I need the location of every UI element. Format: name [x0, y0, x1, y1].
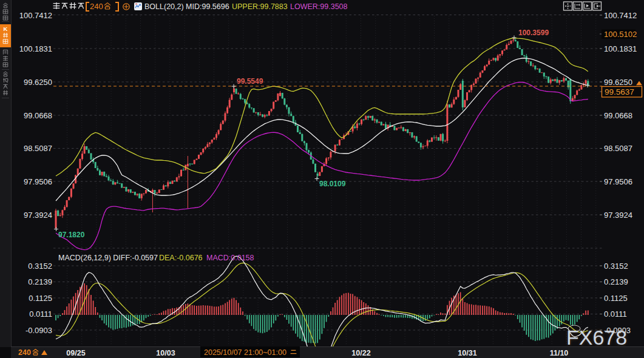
svg-text:0.0111: 0.0111 — [604, 309, 627, 319]
svg-text:97.1820: 97.1820 — [58, 231, 85, 239]
svg-text:FX678: FX678 — [566, 326, 627, 349]
svg-text:98.5087: 98.5087 — [24, 144, 52, 153]
svg-text:100.1831: 100.1831 — [19, 44, 52, 53]
svg-text:99.0668: 99.0668 — [24, 111, 52, 120]
svg-text:0.3152: 0.3152 — [28, 262, 52, 271]
svg-text:0.3152: 0.3152 — [604, 262, 628, 271]
svg-text:98.5087: 98.5087 — [604, 144, 632, 153]
svg-text:MACD:0.0158: MACD:0.0158 — [206, 254, 254, 262]
svg-text:240: 240 — [90, 2, 103, 11]
svg-text:98.0109: 98.0109 — [319, 180, 346, 188]
svg-text:LOWER:99.3508: LOWER:99.3508 — [290, 2, 348, 11]
svg-text:0.1125: 0.1125 — [604, 294, 628, 303]
svg-text:97.9506: 97.9506 — [24, 177, 52, 186]
svg-text:09/25: 09/25 — [66, 349, 85, 357]
svg-text:97.3924: 97.3924 — [604, 211, 632, 220]
svg-text:99.0668: 99.0668 — [604, 111, 632, 120]
svg-text:10/31: 10/31 — [458, 349, 476, 357]
svg-text:UPPER:99.7883: UPPER:99.7883 — [232, 2, 288, 11]
svg-text:97.9506: 97.9506 — [604, 177, 632, 186]
svg-text:K: K — [4, 25, 8, 32]
svg-text:-0.0903: -0.0903 — [25, 326, 52, 335]
svg-text:100.1831: 100.1831 — [604, 44, 637, 53]
svg-text:99.5637: 99.5637 — [605, 87, 634, 96]
svg-text:100.3599: 100.3599 — [518, 29, 549, 37]
svg-text:0.1125: 0.1125 — [29, 294, 52, 303]
svg-text:0.0111: 0.0111 — [29, 309, 52, 319]
svg-text:99.6250: 99.6250 — [604, 78, 632, 87]
svg-text:100.7412: 100.7412 — [604, 11, 637, 20]
svg-text:10/03: 10/03 — [156, 349, 175, 357]
svg-text:0.2139: 0.2139 — [28, 277, 52, 286]
svg-text:240: 240 — [18, 348, 31, 357]
svg-text:10/22: 10/22 — [351, 349, 370, 357]
svg-text:99.6250: 99.6250 — [24, 78, 52, 87]
svg-text:MACD(26,12,9) DIFF:-0.0597: MACD(26,12,9) DIFF:-0.0597 — [58, 254, 158, 262]
svg-text:99.5549: 99.5549 — [237, 77, 263, 86]
svg-text:100.7412: 100.7412 — [19, 11, 52, 20]
svg-text:97.3924: 97.3924 — [24, 211, 52, 220]
svg-text:11/10: 11/10 — [550, 349, 569, 357]
svg-text:DEA:-0.0676: DEA:-0.0676 — [159, 254, 203, 262]
svg-text:100.5102: 100.5102 — [604, 30, 637, 39]
svg-text:0.2139: 0.2139 — [604, 277, 628, 286]
svg-text:BOLL(20,2) MID:99.5696: BOLL(20,2) MID:99.5696 — [144, 2, 229, 11]
svg-text:2025/10/07 21:00~01:00: 2025/10/07 21:00~01:00 — [204, 348, 286, 357]
